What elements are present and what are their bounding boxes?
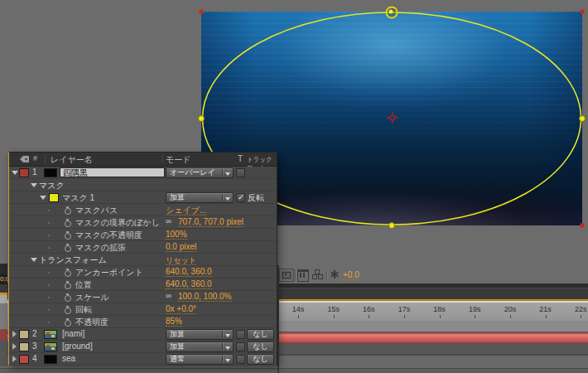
mask-mode-dropdown[interactable]: 加算: [166, 192, 234, 203]
layer-row-2[interactable]: 2 [nami] 加算 なし: [9, 328, 277, 341]
twirl-right-icon[interactable]: [12, 356, 17, 362]
mask1-row[interactable]: マスク 1 加算 反転: [9, 191, 277, 204]
stopwatch-icon[interactable]: [64, 281, 71, 289]
ruler-tick: [546, 315, 547, 318]
flowchart-icon[interactable]: [312, 269, 323, 279]
scale-row[interactable]: スケール ∞ 100.0, 100.0%: [9, 291, 277, 303]
twirl-right-icon[interactable]: [12, 331, 17, 337]
rotation-row[interactable]: 回転 0x +0.0°: [9, 303, 277, 316]
stopwatch-icon[interactable]: [64, 293, 71, 302]
layer-color-swatch[interactable]: [19, 342, 29, 351]
property-value[interactable]: シェイプ...: [166, 205, 206, 216]
position-row[interactable]: 位置 640.0, 360.0: [9, 279, 277, 291]
toolbar-divider: [326, 269, 328, 281]
track-matte-dropdown[interactable]: なし: [247, 329, 274, 340]
stopwatch-icon[interactable]: [64, 318, 71, 327]
mask-group-row[interactable]: マスク: [9, 179, 277, 191]
layer-color-swatch[interactable]: [19, 355, 29, 364]
adjust-exposure-value[interactable]: +0.0: [343, 270, 359, 280]
column-header-number[interactable]: #: [33, 154, 37, 162]
layer-name[interactable]: [ground]: [62, 342, 93, 351]
property-value[interactable]: 0x +0.0°: [166, 304, 196, 313]
ruler-label: 22s: [575, 305, 587, 313]
blend-mode-dropdown[interactable]: オーバーレイ: [166, 167, 234, 178]
preserve-transparency-checkbox[interactable]: [236, 342, 245, 351]
stopwatch-icon[interactable]: [64, 231, 71, 240]
layer-row-4[interactable]: 4 sea 通常 なし: [9, 353, 277, 366]
twirl-down-icon[interactable]: [40, 196, 46, 200]
mask-first-vertex[interactable]: [386, 7, 398, 19]
stopwatch-icon[interactable]: [64, 269, 71, 277]
opacity-row[interactable]: 不透明度 85%: [9, 316, 277, 328]
mask-invert-checkbox[interactable]: [236, 193, 245, 202]
property-value[interactable]: 100.0, 100.0%: [178, 292, 232, 301]
property-value[interactable]: 0.0 pixel: [166, 242, 196, 251]
reset-exposure-icon[interactable]: [330, 269, 340, 279]
layer-row-1[interactable]: 1 四隅黒 オーバーレイ: [9, 167, 277, 179]
layer-handle-top-left[interactable]: [200, 10, 204, 14]
layer-handle-top-right[interactable]: [581, 10, 585, 14]
twirl-down-icon[interactable]: [12, 171, 18, 175]
property-value[interactable]: 640.0, 360.0: [166, 279, 212, 288]
twirl-down-icon[interactable]: [31, 258, 37, 262]
property-value[interactable]: 100%: [166, 230, 187, 239]
twirl-right-icon[interactable]: [12, 343, 17, 350]
mask-vertex-bottom[interactable]: [388, 222, 395, 229]
mask1-label: マスク 1: [62, 192, 94, 204]
ruler-label: 19s: [469, 305, 481, 313]
preserve-transparency-checkbox[interactable]: [236, 355, 245, 364]
mask-opacity-row[interactable]: マスクの不透明度 100%: [9, 229, 277, 241]
anchor-point-icon[interactable]: [387, 112, 398, 127]
timeline-icon[interactable]: [297, 269, 309, 282]
twirl-down-icon[interactable]: [31, 183, 37, 187]
layer-name-edit-field[interactable]: 四隅黒: [60, 167, 165, 177]
layer-name[interactable]: [nami]: [62, 329, 84, 338]
preserve-transparency-checkbox[interactable]: [236, 330, 245, 339]
blend-mode-dropdown[interactable]: 加算: [166, 329, 234, 340]
layer-thumbnail: [44, 355, 57, 364]
mask-vertex-left[interactable]: [198, 115, 205, 122]
mask-vertex-right[interactable]: [579, 115, 586, 122]
label-color-icon[interactable]: [19, 155, 30, 165]
timecode-fragment[interactable]: 0;0: [0, 274, 7, 284]
layer-color-swatch[interactable]: [19, 330, 29, 339]
stopwatch-icon[interactable]: [64, 206, 71, 215]
layer-row-3[interactable]: 3 [ground] 加算 なし: [9, 341, 277, 353]
property-label: アンカーポイント: [75, 267, 143, 279]
link-dimensions-icon[interactable]: ∞: [166, 216, 171, 225]
anchor-point-row[interactable]: アンカーポイント 640.0, 360.0: [9, 266, 277, 279]
transform-reset-link[interactable]: リセット: [166, 255, 196, 266]
property-label: 位置: [75, 279, 92, 291]
column-header-mode[interactable]: モード: [166, 154, 190, 166]
property-value[interactable]: 640.0, 360.0: [166, 267, 212, 276]
layer-number: 4: [32, 354, 37, 363]
link-dimensions-icon[interactable]: ∞: [166, 291, 171, 300]
mask-feather-row[interactable]: マスクの境界のぼかし ∞ 707.0, 707.0 pixel: [9, 216, 277, 229]
column-header-t[interactable]: T: [238, 154, 243, 163]
preserve-transparency-checkbox[interactable]: [236, 168, 245, 177]
footage-thumbnail: [44, 342, 57, 351]
ruler-label: 15s: [327, 305, 340, 313]
stopwatch-icon[interactable]: [64, 244, 71, 252]
layer-handle-bottom-right[interactable]: [581, 224, 585, 228]
stopwatch-icon[interactable]: [64, 219, 71, 227]
column-header-layer-name[interactable]: レイヤー名: [51, 154, 93, 166]
blend-mode-dropdown[interactable]: 通常: [166, 354, 234, 365]
timeline-layer-panel: # レイヤー名 モード T トラックマット 1 四隅黒 オーバーレイ マスク: [8, 152, 277, 366]
track-matte-dropdown[interactable]: なし: [247, 354, 274, 365]
track-matte-dropdown[interactable]: なし: [247, 342, 274, 352]
stopwatch-icon[interactable]: [64, 306, 71, 314]
mask-path-row[interactable]: マスクパス シェイプ...: [9, 204, 277, 216]
fast-previews-icon[interactable]: [279, 269, 294, 282]
mask-expansion-row[interactable]: マスクの拡張 0.0 pixel: [9, 241, 277, 254]
layer-color-swatch[interactable]: [19, 168, 29, 177]
property-value[interactable]: 707.0, 707.0 pixel: [178, 217, 243, 226]
keyframe-dot-icon: [48, 210, 50, 211]
panel-header-row: # レイヤー名 モード T トラックマット: [9, 153, 277, 167]
layer-number: 3: [32, 342, 37, 351]
layer-name[interactable]: sea: [62, 354, 75, 363]
mask-color-swatch[interactable]: [49, 193, 59, 202]
blend-mode-dropdown[interactable]: 加算: [166, 342, 234, 352]
transform-group-row[interactable]: トランスフォーム リセット: [9, 254, 277, 266]
property-value[interactable]: 85%: [166, 317, 182, 326]
